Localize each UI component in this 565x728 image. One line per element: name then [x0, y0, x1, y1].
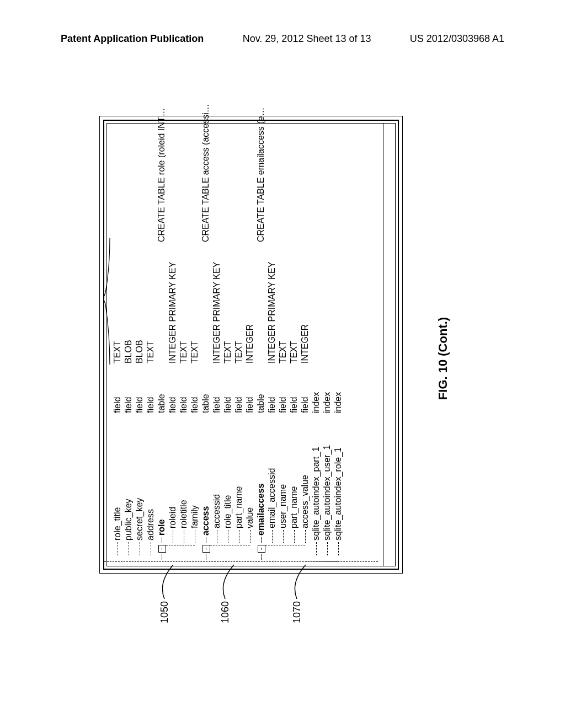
field-name: secret_key — [135, 498, 144, 540]
kind-cell: field — [134, 369, 145, 413]
kind-cell: field — [145, 369, 156, 413]
figure-caption: FIG. 10 (Cont.) — [436, 94, 450, 623]
page-header: Patent Application Publication Nov. 29, … — [61, 33, 504, 45]
tree-field: email_accessid — [266, 422, 278, 560]
table-name: emailaccess — [256, 484, 265, 536]
kind-cell: field — [244, 369, 255, 413]
dtype-cell: INTEGER PRIMARY KEY — [266, 237, 278, 363]
ref-1070-label: 1070 — [291, 601, 303, 623]
field-name: address — [146, 509, 155, 540]
collapse-icon[interactable]: - — [158, 545, 166, 553]
field-name: value — [245, 507, 254, 528]
tree-field: user_name — [278, 422, 289, 560]
tree-index: sqlite_autoindex_role_1 — [333, 422, 344, 560]
index-name: sqlite_autoindex_user_1 — [322, 445, 332, 540]
kind-cell: field — [112, 369, 123, 413]
kind-cell: field — [189, 369, 200, 413]
tree-table-access[interactable]: -access — [200, 422, 211, 560]
tree-field: accessid — [211, 422, 222, 560]
tree-table-emailaccess[interactable]: -emailaccess — [255, 422, 266, 560]
dtype-cell: TEXT — [178, 237, 189, 363]
tree-field: part_name — [233, 422, 244, 560]
collapse-icon[interactable]: - — [258, 545, 265, 553]
tree-field: roletitle — [178, 422, 189, 560]
index-name: sqlite_autoindex_role_1 — [333, 447, 343, 540]
field-name: role_title — [113, 507, 122, 540]
header-middle: Nov. 29, 2012 Sheet 13 of 13 — [243, 33, 371, 45]
tree-field: access_value — [300, 422, 311, 560]
kind-cell: field — [289, 369, 300, 413]
dtype-cell: INTEGER PRIMARY KEY — [211, 237, 222, 363]
ref-1060-label: 1060 — [220, 601, 231, 623]
kind-cell: index — [322, 369, 333, 413]
kind-cell: field — [167, 369, 178, 413]
sql-cell: CREATE TABLE role (roleid INT… — [156, 124, 167, 242]
kind-cell: field — [233, 369, 244, 413]
field-name: part_name — [234, 486, 243, 529]
field-name: roletitle — [179, 500, 188, 528]
tree-field: secret_key — [134, 422, 145, 560]
header-right: US 2012/0303968 A1 — [410, 33, 504, 45]
collapse-icon[interactable]: - — [202, 545, 210, 553]
tree-column: role_title public_key secret_key address… — [112, 422, 380, 560]
sql-column: CREATE TABLE role (roleid INT… CREATE TA… — [112, 124, 380, 242]
field-name: roleid — [168, 507, 177, 528]
kind-cell: field — [211, 369, 222, 413]
tree-index: sqlite_autoindex_part_1 — [311, 422, 322, 560]
dtype-cell: TEXT — [233, 237, 244, 363]
kind-cell: field — [300, 369, 311, 413]
tree-field: roleid — [167, 422, 178, 560]
kind-cell: table — [156, 369, 167, 413]
object-type-column: field field field field table field fiel… — [112, 369, 380, 413]
header-left: Patent Application Publication — [61, 33, 204, 45]
field-name: user_name — [278, 484, 287, 528]
kind-cell: index — [311, 369, 322, 413]
kind-cell: table — [200, 369, 211, 413]
field-name: part_name — [289, 486, 299, 529]
kind-cell: table — [255, 369, 266, 413]
field-name: email_accessid — [267, 468, 276, 528]
sql-cell: CREATE TABLE emailaccess (e… — [255, 124, 266, 242]
tree-field: value — [244, 422, 255, 560]
table-name: access — [201, 506, 210, 536]
field-name: accessid — [212, 494, 221, 528]
dtype-cell: TEXT — [145, 237, 156, 363]
dtype-cell: TEXT — [222, 237, 233, 363]
kind-cell: index — [333, 369, 344, 413]
dtype-cell: INTEGER — [244, 237, 255, 363]
datatype-column: TEXT BLOB BLOB TEXT INTEGER PRIMARY KEY … — [112, 237, 380, 363]
tree-field: part_name — [289, 422, 300, 560]
figure-rotated: 1050 1060 1070 role — [11, 182, 541, 535]
dtype-cell: BLOB — [123, 237, 134, 363]
dtype-cell: BLOB — [134, 237, 145, 363]
kind-cell: field — [222, 369, 233, 413]
tree-field: family — [189, 422, 200, 560]
horizontal-scrollbar[interactable] — [383, 124, 395, 566]
dtype-cell: TEXT — [189, 237, 200, 363]
tree-field: role_title — [222, 422, 233, 560]
tree-index: sqlite_autoindex_user_1 — [322, 422, 333, 560]
tree-field: public_key — [123, 422, 134, 560]
kind-cell: field — [266, 369, 278, 413]
dtype-cell: INTEGER PRIMARY KEY — [167, 237, 178, 363]
column-brace — [103, 238, 111, 365]
table-name: role — [157, 520, 166, 536]
dtype-cell: TEXT — [278, 237, 289, 363]
tree-field: role_title — [112, 422, 123, 560]
ref-1050-label: 1050 — [159, 601, 170, 623]
field-name: role_title — [223, 495, 232, 528]
kind-cell: field — [178, 369, 189, 413]
tree-field: address — [145, 422, 156, 560]
kind-cell: field — [123, 369, 134, 413]
kind-cell: field — [278, 369, 289, 413]
field-name: access_value — [300, 475, 310, 528]
field-name: family — [190, 505, 199, 528]
dtype-cell: INTEGER — [300, 237, 311, 363]
tree-table-role[interactable]: -role — [156, 422, 167, 560]
sql-cell: CREATE TABLE access (accessi… — [200, 124, 211, 242]
dtype-cell: TEXT — [112, 237, 123, 363]
dtype-cell: TEXT — [289, 237, 300, 363]
schema-window: role_title public_key secret_key address… — [99, 116, 403, 574]
index-name: sqlite_autoindex_part_1 — [311, 447, 321, 540]
field-name: public_key — [124, 499, 133, 540]
